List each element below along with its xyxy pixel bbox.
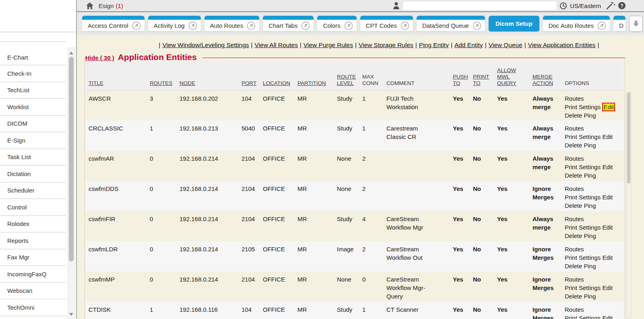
home-icon[interactable] (86, 2, 94, 10)
link-ping-entity[interactable]: Ping Entity (419, 41, 449, 48)
option-link-print-settings[interactable]: Print Settings (565, 164, 601, 170)
sidebar-item-scheduler[interactable]: Scheduler (0, 182, 66, 199)
option-link-print-settings[interactable]: Print Settings (565, 224, 601, 231)
tab-doc-auto-routes[interactable]: Doc Auto Routes (543, 16, 610, 31)
tab-colors[interactable]: Colors (317, 16, 356, 31)
option-link-edit[interactable]: Edit (602, 164, 613, 170)
table-scrollbar-thumb[interactable] (627, 93, 630, 183)
tab-chart-tabs[interactable]: Chart Tabs (263, 16, 314, 31)
link-view-purge-rules[interactable]: View Purge Rules (303, 41, 353, 48)
option-link-print-settings[interactable]: Print Settings (565, 194, 601, 201)
column-header-print-to[interactable]: PRINT TO (473, 74, 493, 87)
option-link-routes[interactable]: Routes (565, 95, 584, 102)
column-header-port[interactable]: PORT (242, 80, 256, 87)
option-link-edit[interactable]: Edit (602, 133, 613, 140)
column-header-partition[interactable]: PARTITION (297, 80, 326, 87)
column-header-allow-mwl-query[interactable]: ALLOW MWL QUERY (497, 67, 518, 87)
sidebar-item-e-sign[interactable]: E-Sign (0, 132, 66, 149)
link-add-entity[interactable]: Add Entity (454, 41, 483, 48)
link-view-storage-rules[interactable]: View Storage Rules (359, 41, 413, 48)
sidebar-item-rolodex[interactable]: Rolodex (0, 216, 66, 233)
option-link-print-settings[interactable]: Print Settings (565, 284, 601, 291)
wand-icon[interactable] (606, 1, 615, 10)
tab-partial-clipped[interactable]: D (613, 16, 625, 31)
open-in-window-icon[interactable] (344, 21, 353, 30)
tab-activity-log[interactable]: Activity Log (148, 16, 201, 31)
sidebar-item-dictation[interactable]: Dictation (0, 166, 66, 182)
open-in-window-icon[interactable] (597, 21, 606, 30)
table-scrollbar[interactable] (626, 92, 631, 319)
option-link-delete[interactable]: Delete (565, 263, 582, 269)
option-link-delete[interactable]: Delete (565, 142, 582, 149)
link-view-application-entities[interactable]: View Application Entities (528, 41, 596, 48)
sidebar-item-techlist[interactable]: TechList (0, 82, 66, 99)
option-link-delete[interactable]: Delete (565, 232, 582, 239)
tab-auto-routes[interactable]: Auto Routes (204, 16, 260, 31)
sidebar-item-reports[interactable]: Reports (0, 232, 66, 249)
column-header-route-level[interactable]: ROUTE LEVEL (337, 74, 358, 87)
open-in-window-icon[interactable] (400, 21, 409, 30)
option-link-print-settings[interactable]: Print Settings (565, 133, 601, 140)
sidebar-scrollbar-thumb[interactable] (69, 57, 74, 261)
open-in-window-icon[interactable] (473, 21, 481, 30)
timezone-label[interactable]: US/Eastern (570, 2, 601, 9)
sidebar-item-task-list[interactable]: Task List (0, 149, 66, 166)
open-in-window-icon[interactable] (247, 21, 256, 30)
column-header-merge-action[interactable]: MERGE ACTION (533, 74, 561, 87)
breadcrumb-page-label[interactable]: Esign (99, 2, 114, 9)
sidebar-item-check-in[interactable]: Check-In (0, 65, 66, 82)
sidebar-item-techomni[interactable]: TechOmni (0, 299, 66, 316)
sidebar-item-worklist[interactable]: Worklist (0, 99, 66, 116)
option-link-edit[interactable]: Edit (602, 103, 615, 111)
help-icon[interactable]: ? (618, 2, 625, 9)
tab-datasend-queue[interactable]: DataSend Queue (417, 16, 485, 31)
option-link-ping[interactable]: Ping (584, 263, 596, 269)
hide-toggle-link[interactable]: Hide ( 30 ) (85, 54, 114, 61)
option-link-edit[interactable]: Edit (602, 284, 613, 291)
column-header-node[interactable]: NODE (180, 80, 195, 87)
sidebar-item-webscan[interactable]: Webscan (0, 283, 66, 300)
tab-cpt-codes[interactable]: CPT Codes (360, 16, 413, 31)
option-link-delete[interactable]: Delete (565, 172, 582, 179)
tab-access-control[interactable]: Access Control (82, 16, 144, 31)
option-link-ping[interactable]: Ping (584, 293, 596, 300)
scroll-down-icon[interactable] (68, 311, 74, 317)
option-link-routes[interactable]: Routes (565, 185, 584, 192)
option-link-ping[interactable]: Ping (584, 112, 596, 119)
option-link-routes[interactable]: Routes (565, 306, 584, 313)
link-view-all-routes[interactable]: View All Routes (255, 41, 298, 48)
sidebar-item-dicom[interactable]: DICOM (0, 116, 66, 133)
link-view-queue[interactable]: View Queue (489, 41, 522, 48)
option-link-edit[interactable]: Edit (602, 254, 613, 261)
option-link-delete[interactable]: Delete (565, 202, 582, 209)
global-search-input[interactable] (403, 2, 557, 10)
column-header-location[interactable]: LOCATION (263, 80, 290, 87)
sidebar-item-e-chart[interactable]: E-Chart (0, 42, 66, 65)
column-header-routes[interactable]: ROUTES (150, 80, 172, 87)
option-link-routes[interactable]: Routes (565, 246, 584, 253)
option-link-delete[interactable]: Delete (565, 293, 582, 300)
option-link-edit[interactable]: Edit (602, 315, 613, 319)
option-link-edit[interactable]: Edit (602, 194, 613, 201)
option-link-routes[interactable]: Routes (565, 215, 584, 222)
option-link-edit[interactable]: Edit (602, 224, 613, 231)
option-link-routes[interactable]: Routes (565, 276, 584, 283)
option-link-print-settings[interactable]: Print Settings (565, 254, 601, 261)
option-link-ping[interactable]: Ping (584, 172, 596, 179)
option-link-print-settings[interactable]: Print Settings (565, 104, 601, 110)
option-link-routes[interactable]: Routes (565, 125, 584, 132)
clock-icon[interactable] (559, 2, 567, 10)
sidebar-item-fax-mgr[interactable]: Fax Mgr (0, 249, 66, 266)
option-link-ping[interactable]: Ping (584, 202, 596, 209)
option-link-delete[interactable]: Delete (565, 112, 582, 119)
open-in-window-icon[interactable] (132, 21, 141, 30)
column-header-title[interactable]: TITLE (89, 80, 103, 87)
column-header-push-to[interactable]: PUSH TO (453, 74, 469, 87)
scroll-up-icon[interactable] (68, 50, 74, 56)
option-link-ping[interactable]: Ping (584, 232, 596, 239)
open-in-window-icon[interactable] (301, 21, 310, 30)
link-view-window-leveling-settings[interactable]: View Window/Leveling Settings (162, 41, 249, 48)
open-in-window-icon[interactable] (188, 21, 197, 30)
option-link-routes[interactable]: Routes (565, 155, 584, 162)
option-link-print-settings[interactable]: Print Settings (565, 315, 601, 319)
